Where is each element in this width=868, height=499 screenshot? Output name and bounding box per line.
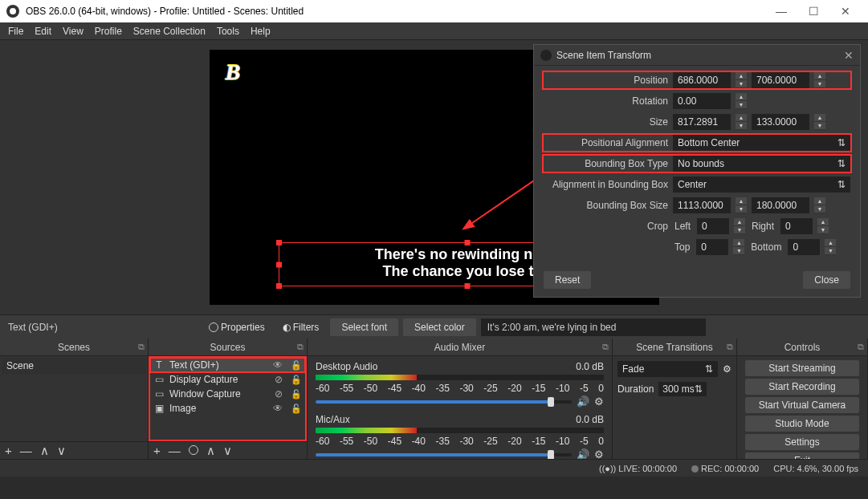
filters-button[interactable]: ◐Filters	[276, 319, 326, 335]
sources-list: TText (GDI+)👁🔓▭Display Capture⊘🔓▭Window …	[149, 356, 307, 441]
visibility-toggle[interactable]: ⊘	[275, 388, 283, 400]
crop-left-label: Left	[673, 221, 692, 232]
speaker-icon[interactable]: 🔊	[577, 396, 589, 408]
select-color-button[interactable]: Select color	[403, 318, 476, 336]
size-h-input[interactable]: 133.0000	[752, 114, 809, 130]
remove-scene-button[interactable]: —	[20, 444, 32, 457]
rotation-label: Rotation	[544, 95, 668, 107]
lock-toggle[interactable]: 🔓	[291, 375, 302, 385]
start-streaming-button[interactable]: Start Streaming	[745, 360, 859, 376]
dock-icon[interactable]: ⧉	[858, 342, 864, 352]
menu-view[interactable]: View	[63, 26, 84, 37]
source-props-button[interactable]	[189, 444, 198, 457]
settings-button[interactable]: Settings	[745, 434, 859, 450]
studio-mode-button[interactable]: Studio Mode	[745, 416, 859, 432]
dock-icon[interactable]: ⧉	[138, 342, 145, 352]
position-y-input[interactable]: 706.0000	[752, 72, 809, 88]
rec-status: REC: 00:00:00	[691, 464, 759, 473]
transition-select[interactable]: Fade⇅	[617, 361, 718, 377]
remove-source-button[interactable]: —	[169, 444, 181, 457]
crop-top-input[interactable]: 0	[696, 239, 728, 255]
bbox-w-input: 1113.0000	[673, 197, 731, 213]
text-content-input[interactable]	[481, 318, 706, 336]
spinner-icon[interactable]: ▲▼	[814, 114, 825, 130]
size-w-input[interactable]: 817.2891	[673, 114, 731, 130]
source-toolbar: Text (GDI+) Properties ◐Filters Select f…	[0, 314, 868, 339]
visibility-toggle[interactable]: 👁	[273, 403, 283, 414]
visibility-toggle[interactable]: 👁	[273, 359, 283, 371]
close-button[interactable]: ✕	[829, 0, 862, 22]
controls-title: Controls	[784, 342, 821, 353]
add-source-button[interactable]: +	[153, 444, 161, 457]
lock-toggle[interactable]: 🔓	[291, 404, 302, 414]
source-type-icon: ▣	[153, 403, 165, 414]
dock-icon[interactable]: ⧉	[727, 342, 733, 352]
crop-left-input[interactable]: 0	[697, 218, 729, 234]
pos-align-select[interactable]: Bottom Center⇅	[673, 135, 850, 151]
volume-slider[interactable]	[316, 400, 572, 404]
source-label: Window Capture	[169, 388, 241, 400]
bbox-type-label: Bounding Box Type	[544, 158, 668, 169]
lock-toggle[interactable]: 🔓	[291, 360, 302, 371]
dock-icon[interactable]: ⧉	[297, 342, 304, 352]
spinner-icon[interactable]: ▲▼	[733, 239, 744, 255]
align-bbox-select: Center⇅	[673, 176, 850, 193]
start-virtual-camera-button[interactable]: Start Virtual Camera	[745, 397, 859, 413]
reset-button[interactable]: Reset	[544, 271, 591, 289]
menu-file[interactable]: File	[8, 26, 23, 37]
menu-edit[interactable]: Edit	[35, 26, 51, 37]
add-scene-button[interactable]: +	[5, 444, 12, 457]
minimize-button[interactable]: —	[765, 0, 797, 22]
scene-item[interactable]: Scene	[2, 358, 146, 374]
close-dialog-button[interactable]: Close	[803, 271, 850, 289]
track-settings-icon[interactable]: ⚙	[594, 448, 604, 459]
visibility-toggle[interactable]: ⊘	[275, 374, 283, 385]
source-item[interactable]: TText (GDI+)👁🔓	[150, 358, 305, 372]
exit-button[interactable]: Exit	[745, 452, 859, 459]
crop-right-input[interactable]: 0	[780, 218, 813, 234]
spinner-icon[interactable]: ▲▼	[736, 72, 747, 88]
source-type-icon: T	[153, 359, 165, 371]
scene-up-button[interactable]: ∧	[40, 444, 49, 458]
spinner-icon[interactable]: ▲▼	[736, 93, 747, 109]
rotation-input[interactable]: 0.00	[673, 93, 731, 109]
source-label: Text (GDI+)	[169, 359, 219, 371]
spinner-icon[interactable]: ▲▼	[817, 218, 829, 234]
scenes-title: Scenes	[58, 342, 90, 353]
position-x-input[interactable]: 686.0000	[673, 72, 731, 88]
window-titlebar: OBS 26.0.0 (64-bit, windows) - Profile: …	[0, 0, 868, 22]
maximize-button[interactable]: ☐	[797, 0, 829, 22]
source-down-button[interactable]: ∨	[223, 444, 232, 458]
dialog-close-button[interactable]: ✕	[844, 49, 854, 62]
start-recording-button[interactable]: Start Recording	[745, 379, 859, 395]
audio-meter	[316, 375, 604, 380]
bbox-type-select[interactable]: No bounds⇅	[673, 156, 850, 172]
transition-settings-icon[interactable]: ⚙	[723, 363, 731, 375]
menu-tools[interactable]: Tools	[217, 26, 239, 37]
source-item[interactable]: ▭Display Capture⊘🔓	[150, 372, 305, 387]
source-up-button[interactable]: ∧	[206, 444, 215, 458]
menu-profile[interactable]: Profile	[95, 26, 122, 37]
menu-scene-collection[interactable]: Scene Collection	[133, 26, 206, 37]
track-db: 0.0 dB	[576, 414, 604, 425]
source-item[interactable]: ▭Window Capture⊘🔓	[150, 387, 305, 401]
volume-slider[interactable]	[316, 453, 572, 456]
track-settings-icon[interactable]: ⚙	[594, 396, 604, 408]
dialog-titlebar[interactable]: Scene Item Transform ✕	[534, 45, 860, 66]
audio-mixer-panel: Audio Mixer⧉ Desktop Audio0.0 dB -60-55-…	[308, 339, 613, 459]
lock-toggle[interactable]: 🔓	[291, 389, 302, 400]
dock-icon[interactable]: ⧉	[602, 342, 609, 352]
spinner-icon[interactable]: ▲▼	[736, 114, 747, 130]
select-font-button[interactable]: Select font	[330, 318, 398, 336]
desktop-audio-track: Desktop Audio0.0 dB -60-55-50-45-40-35-3…	[309, 358, 610, 411]
speaker-icon[interactable]: 🔊	[577, 448, 589, 459]
spinner-icon[interactable]: ▲▼	[734, 218, 745, 234]
duration-input[interactable]: 300 ms⇅	[658, 382, 707, 396]
crop-bottom-input[interactable]: 0	[788, 239, 820, 255]
spinner-icon[interactable]: ▲▼	[825, 239, 836, 255]
source-item[interactable]: ▣Image👁🔓	[150, 401, 305, 416]
menu-help[interactable]: Help	[251, 26, 271, 37]
spinner-icon[interactable]: ▲▼	[814, 72, 825, 88]
properties-button[interactable]: Properties	[202, 319, 271, 335]
scene-down-button[interactable]: ∨	[57, 444, 66, 458]
